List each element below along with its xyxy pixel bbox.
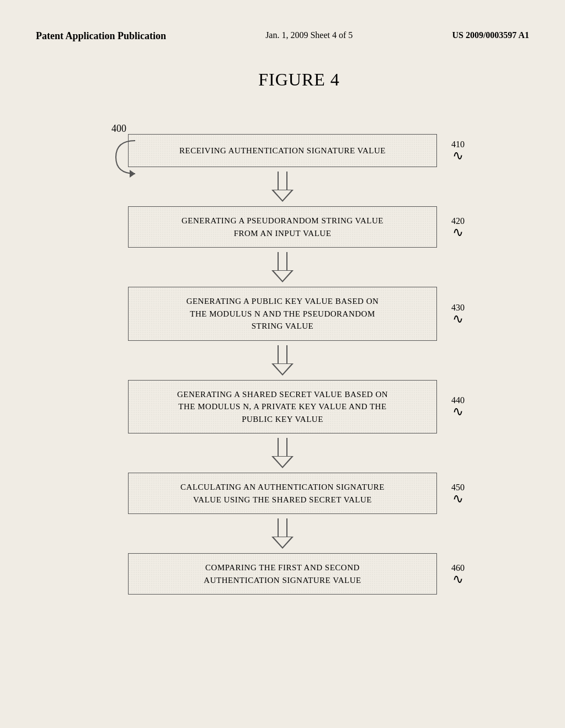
step-row-420: GENERATING A PSEUDORANDOM STRING VALUEFR… [95, 206, 470, 248]
figure-title: FIGURE 4 [258, 69, 340, 90]
step-number-460: 460 [451, 563, 465, 572]
date-sheet-label: Jan. 1, 2009 Sheet 4 of 5 [265, 30, 353, 40]
step-text-430: GENERATING A PUBLIC KEY VALUE BASED ONTH… [186, 295, 379, 333]
step-number-440: 440 [451, 396, 465, 405]
step-number-430: 430 [451, 303, 465, 312]
step-text-460: COMPARING THE FIRST AND SECONDAUTHENTICA… [204, 561, 361, 586]
step-label-430: 430 ∿ [451, 303, 465, 324]
header: Patent Application Publication Jan. 1, 2… [0, 0, 565, 53]
wave-450: ∿ [451, 494, 465, 504]
step-row-450: CALCULATING AN AUTHENTICATION SIGNATUREV… [95, 473, 470, 514]
step-row-430: GENERATING A PUBLIC KEY VALUE BASED ONTH… [95, 287, 470, 341]
step-box-420: GENERATING A PSEUDORANDOM STRING VALUEFR… [128, 206, 437, 248]
step-container: RECEIVING AUTHENTICATION SIGNATURE VALUE… [95, 106, 470, 595]
flow-diagram: 400 RECEIVING AUTHENTICATION SIGNATURE V… [44, 106, 521, 595]
arrow-2 [271, 252, 294, 282]
wave-430: ∿ [451, 314, 465, 324]
step-text-450: CALCULATING AN AUTHENTICATION SIGNATUREV… [180, 481, 385, 506]
step-label-450: 450 ∿ [451, 483, 465, 504]
step-label-420: 420 ∿ [451, 216, 465, 238]
step-label-410: 410 ∿ [451, 140, 465, 161]
step-box-450: CALCULATING AN AUTHENTICATION SIGNATUREV… [128, 473, 437, 514]
step-row-460: COMPARING THE FIRST AND SECONDAUTHENTICA… [95, 553, 470, 595]
step-label-460: 460 ∿ [451, 563, 465, 585]
step-text-420: GENERATING A PSEUDORANDOM STRING VALUEFR… [182, 215, 383, 239]
page: Patent Application Publication Jan. 1, 2… [0, 0, 565, 728]
arrow-3 [271, 345, 294, 376]
publication-label: Patent Application Publication [36, 30, 166, 42]
step-row-410: RECEIVING AUTHENTICATION SIGNATURE VALUE… [95, 134, 470, 167]
wave-410: ∿ [451, 151, 465, 161]
step-row-440: GENERATING A SHARED SECRET VALUE BASED O… [95, 380, 470, 434]
step-box-440: GENERATING A SHARED SECRET VALUE BASED O… [128, 380, 437, 434]
step-box-460: COMPARING THE FIRST AND SECONDAUTHENTICA… [128, 553, 437, 595]
arrow-1 [271, 172, 294, 202]
wave-420: ∿ [451, 227, 465, 238]
wave-440: ∿ [451, 407, 465, 417]
main-content: FIGURE 4 400 RECE [0, 53, 565, 617]
step-number-420: 420 [451, 216, 465, 226]
step-number-450: 450 [451, 483, 465, 492]
step-box-430: GENERATING A PUBLIC KEY VALUE BASED ONTH… [128, 287, 437, 341]
step-text-410: RECEIVING AUTHENTICATION SIGNATURE VALUE [179, 144, 386, 157]
step-box-410: RECEIVING AUTHENTICATION SIGNATURE VALUE [128, 134, 437, 167]
step-text-440: GENERATING A SHARED SECRET VALUE BASED O… [177, 388, 388, 426]
patent-number-label: US 2009/0003597 A1 [452, 30, 529, 40]
diagram-wrapper: 400 RECEIVING AUTHENTICATION SIGNATURE V… [95, 106, 470, 595]
arrow-5 [271, 518, 294, 549]
step-number-410: 410 [451, 140, 465, 149]
wave-460: ∿ [451, 574, 465, 585]
step-label-440: 440 ∿ [451, 396, 465, 417]
arrow-4 [271, 438, 294, 468]
